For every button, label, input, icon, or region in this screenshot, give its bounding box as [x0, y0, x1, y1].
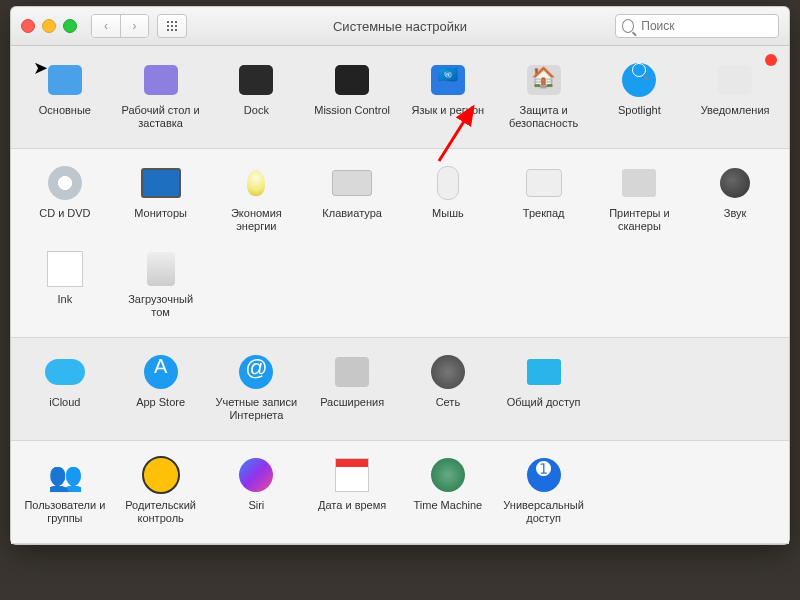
pref-timemachine[interactable]: Time Machine: [400, 451, 496, 537]
preferences-grid: ОсновныеРабочий стол и заставкаDockMissi…: [11, 46, 789, 544]
energy-saver-icon: [236, 163, 276, 203]
pref-label: Siri: [248, 499, 264, 512]
printers-icon: [619, 163, 659, 203]
pref-label: iCloud: [49, 396, 80, 409]
pref-startup[interactable]: Загрузочный том: [113, 245, 209, 331]
displays-icon: [141, 163, 181, 203]
pref-label: Учетные записи Интернета: [213, 396, 299, 422]
users-groups-icon: 👥: [45, 455, 85, 495]
pref-row-2: iCloudAApp Store@Учетные записи Интернет…: [11, 338, 789, 441]
pref-label: Мышь: [432, 207, 464, 220]
pref-users[interactable]: 👥Пользователи и группы: [17, 451, 113, 537]
pref-keyboard[interactable]: Клавиатура: [304, 159, 400, 245]
search-input[interactable]: [639, 18, 772, 34]
pref-network[interactable]: Сеть: [400, 348, 496, 434]
pref-label: Мониторы: [134, 207, 187, 220]
pref-notif[interactable]: Уведомления: [687, 56, 783, 142]
notification-badge: [765, 54, 777, 66]
parental-controls-icon: [141, 455, 181, 495]
pref-accessibility[interactable]: ➊Универсальный доступ: [496, 451, 592, 537]
pref-siri[interactable]: Siri: [209, 451, 305, 537]
minimize-button[interactable]: [42, 19, 56, 33]
spotlight-icon: [619, 60, 659, 100]
pref-label: Принтеры и сканеры: [596, 207, 682, 233]
pref-label: Пользователи и группы: [22, 499, 108, 525]
time-machine-icon: [428, 455, 468, 495]
general-icon: [45, 60, 85, 100]
pref-dock[interactable]: Dock: [209, 56, 305, 142]
pref-appstore[interactable]: AApp Store: [113, 348, 209, 434]
pref-label: Time Machine: [414, 499, 483, 512]
pref-energy[interactable]: Экономия энергии: [209, 159, 305, 245]
back-button[interactable]: ‹: [92, 15, 120, 37]
internet-accounts-icon: @: [236, 352, 276, 392]
pref-label: Dock: [244, 104, 269, 117]
pref-label: Рабочий стол и заставка: [118, 104, 204, 130]
window-controls: [21, 19, 77, 33]
search-icon: [622, 19, 634, 33]
security-icon: 🏠: [524, 60, 564, 100]
cd-dvd-icon: [45, 163, 85, 203]
pref-label: Расширения: [320, 396, 384, 409]
pref-monitors[interactable]: Мониторы: [113, 159, 209, 245]
show-all-button[interactable]: [157, 14, 187, 38]
search-field[interactable]: [615, 14, 779, 38]
pref-label: Сеть: [436, 396, 460, 409]
close-button[interactable]: [21, 19, 35, 33]
pref-row-0: ОсновныеРабочий стол и заставкаDockMissi…: [11, 46, 789, 149]
pref-ink[interactable]: Ink: [17, 245, 113, 331]
pref-cddvd[interactable]: CD и DVD: [17, 159, 113, 245]
pref-label: Универсальный доступ: [501, 499, 587, 525]
desktop-icon: [141, 60, 181, 100]
trackpad-icon: [524, 163, 564, 203]
pref-label: Родительский контроль: [118, 499, 204, 525]
pref-row-1: CD и DVDМониторыЭкономия энергииКлавиату…: [11, 149, 789, 338]
pref-general[interactable]: Основные: [17, 56, 113, 142]
ink-icon: [45, 249, 85, 289]
pref-mission[interactable]: Mission Control: [304, 56, 400, 142]
date-time-icon: [332, 455, 372, 495]
zoom-button[interactable]: [63, 19, 77, 33]
pref-label: App Store: [136, 396, 185, 409]
sharing-icon: [524, 352, 564, 392]
pref-label: Дата и время: [318, 499, 386, 512]
grid-icon: [166, 20, 178, 32]
pref-trackpad[interactable]: Трекпад: [496, 159, 592, 245]
nav-buttons: ‹ ›: [91, 14, 149, 38]
pref-icloud[interactable]: iCloud: [17, 348, 113, 434]
keyboard-icon: [332, 163, 372, 203]
pref-mouse[interactable]: Мышь: [400, 159, 496, 245]
pref-label: Основные: [39, 104, 91, 117]
pref-desktop[interactable]: Рабочий стол и заставка: [113, 56, 209, 142]
siri-icon: [236, 455, 276, 495]
pref-datetime[interactable]: Дата и время: [304, 451, 400, 537]
pref-label: Язык и регион: [412, 104, 485, 117]
network-icon: [428, 352, 468, 392]
pref-spotlight[interactable]: Spotlight: [592, 56, 688, 142]
titlebar: ‹ › Системные настройки: [11, 7, 789, 46]
forward-button[interactable]: ›: [120, 15, 148, 37]
pref-sound[interactable]: Звук: [687, 159, 783, 245]
icloud-icon: [45, 352, 85, 392]
app-store-icon: A: [141, 352, 181, 392]
mouse-icon: [428, 163, 468, 203]
pref-label: Уведомления: [701, 104, 770, 117]
pref-lang[interactable]: 🇺🇳Язык и регион: [400, 56, 496, 142]
pref-printers[interactable]: Принтеры и сканеры: [592, 159, 688, 245]
pref-label: Ink: [58, 293, 73, 306]
pref-security[interactable]: 🏠Защита и безопасность: [496, 56, 592, 142]
pref-label: Звук: [724, 207, 747, 220]
pref-label: CD и DVD: [39, 207, 90, 220]
pref-label: Клавиатура: [322, 207, 382, 220]
pref-label: Spotlight: [618, 104, 661, 117]
pref-parental[interactable]: Родительский контроль: [113, 451, 209, 537]
sound-icon: [715, 163, 755, 203]
pref-label: Трекпад: [523, 207, 565, 220]
extensions-icon: [332, 352, 372, 392]
system-preferences-window: ‹ › Системные настройки ОсновныеРабочий …: [10, 6, 790, 545]
pref-label: Общий доступ: [507, 396, 581, 409]
pref-iaccounts[interactable]: @Учетные записи Интернета: [209, 348, 305, 434]
pref-sharing[interactable]: Общий доступ: [496, 348, 592, 434]
pref-extensions[interactable]: Расширения: [304, 348, 400, 434]
dock-icon: [236, 60, 276, 100]
